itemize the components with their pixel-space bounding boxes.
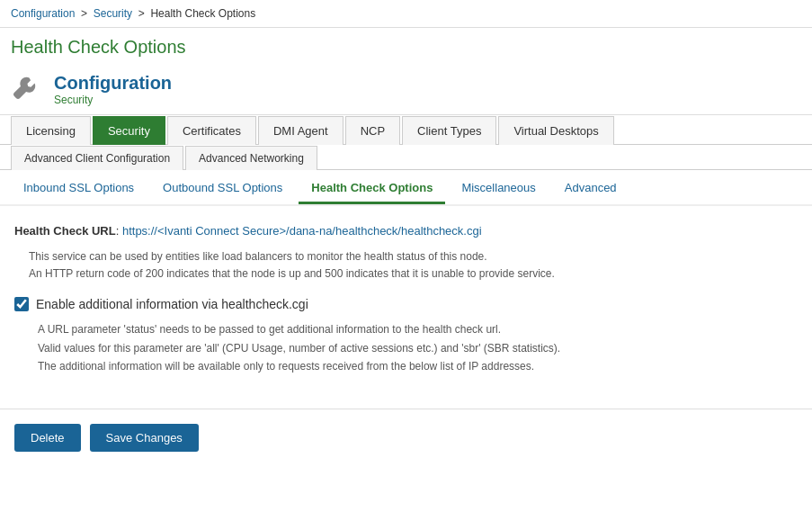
tab-certificates[interactable]: Certificates — [167, 116, 256, 145]
info-line2: An HTTP return code of 200 indicates tha… — [29, 265, 798, 283]
enable-additional-label[interactable]: Enable additional information via health… — [36, 297, 308, 311]
tab-dmi-agent[interactable]: DMI Agent — [258, 116, 344, 145]
health-check-url-label: Health Check URL — [14, 224, 116, 238]
tab-security[interactable]: Security — [93, 116, 165, 145]
main-content: Health Check URL: https://<Ivanti Connec… — [0, 206, 812, 394]
config-header: Configuration Security — [0, 65, 812, 115]
config-title: Configuration — [54, 73, 172, 94]
tab-client-types[interactable]: Client Types — [402, 116, 496, 145]
subtab-inbound-ssl[interactable]: Inbound SSL Options — [11, 174, 147, 204]
delete-button[interactable]: Delete — [14, 424, 81, 452]
breadcrumb-configuration[interactable]: Configuration — [11, 7, 75, 20]
tabs-row1: Licensing Security Certificates DMI Agen… — [0, 115, 812, 145]
enable-additional-checkbox[interactable] — [14, 297, 29, 311]
tab-ncp[interactable]: NCP — [345, 116, 400, 145]
breadcrumb-current: Health Check Options — [150, 7, 255, 20]
subtabs: Inbound SSL Options Outbound SSL Options… — [0, 174, 812, 206]
info-line1: This service can be used by entities lik… — [29, 248, 798, 265]
info-box: This service can be used by entities lik… — [29, 248, 798, 283]
page-title: Health Check Options — [0, 28, 812, 65]
checkbox-info-line1: A URL parameter 'status' needs to be pas… — [38, 320, 798, 338]
subtab-outbound-ssl[interactable]: Outbound SSL Options — [150, 174, 295, 204]
tab-licensing[interactable]: Licensing — [11, 116, 91, 145]
tab-virtual-desktops[interactable]: Virtual Desktops — [498, 116, 613, 145]
checkbox-info-line3: The additional information will be avail… — [38, 357, 798, 375]
url-colon: : — [116, 224, 122, 238]
subtab-advanced[interactable]: Advanced — [552, 174, 629, 204]
subtab-health-check[interactable]: Health Check Options — [299, 174, 445, 204]
breadcrumb: Configuration > Security > Health Check … — [0, 0, 812, 28]
checkbox-info-line2: Valid values for this parameter are 'all… — [38, 339, 798, 357]
tabs-row2: Advanced Client Configuration Advanced N… — [0, 145, 812, 170]
button-row: Delete Save Changes — [0, 409, 812, 466]
health-check-url-link[interactable]: https://<Ivanti Connect Secure>/dana-na/… — [122, 224, 482, 238]
config-info: Configuration Security — [54, 73, 172, 106]
enable-checkbox-row: Enable additional information via health… — [14, 297, 798, 311]
subtab-miscellaneous[interactable]: Miscellaneous — [449, 174, 548, 204]
checkbox-info: A URL parameter 'status' needs to be pas… — [38, 320, 798, 375]
breadcrumb-security[interactable]: Security — [94, 7, 132, 20]
wrench-icon — [11, 72, 43, 104]
config-icon — [11, 72, 43, 107]
tab-adv-client[interactable]: Advanced Client Configuration — [11, 146, 183, 170]
save-button[interactable]: Save Changes — [90, 424, 199, 452]
health-check-url-row: Health Check URL: https://<Ivanti Connec… — [14, 224, 798, 238]
tab-adv-networking[interactable]: Advanced Networking — [185, 146, 317, 170]
config-subtitle: Security — [54, 94, 172, 106]
